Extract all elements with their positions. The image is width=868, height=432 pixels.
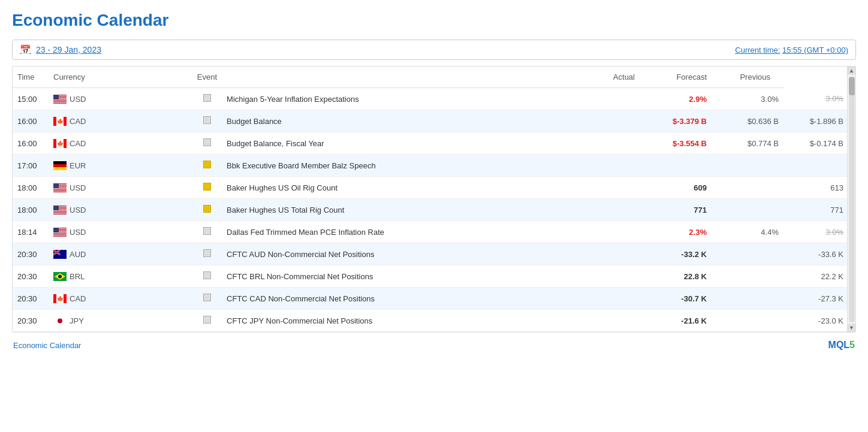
svg-rect-64 xyxy=(53,235,67,235)
scrollbar[interactable]: ▲ ▼ xyxy=(847,67,855,332)
previous-cell: 771 xyxy=(783,199,855,221)
actual-cell: 609 xyxy=(640,177,712,199)
currency-code: USD xyxy=(70,206,86,215)
importance-indicator xyxy=(203,249,211,257)
flag-icon xyxy=(53,95,67,104)
time-cell: 17:00 xyxy=(13,155,49,177)
svg-rect-10 xyxy=(53,101,67,102)
scroll-track xyxy=(849,76,855,322)
svg-rect-37 xyxy=(53,191,67,192)
event-cell: CFTC AUD Non-Commercial Net Positions xyxy=(222,243,640,265)
svg-rect-11 xyxy=(53,102,67,102)
importance-cell xyxy=(192,177,222,199)
currency-code: CAD xyxy=(70,294,86,303)
svg-rect-65 xyxy=(53,235,67,236)
svg-rect-13 xyxy=(53,95,59,99)
actual-cell: 2.3% xyxy=(640,221,712,243)
calendar-icon: 📅 xyxy=(20,44,31,55)
flag-icon: 🍁 xyxy=(53,139,67,148)
svg-rect-62 xyxy=(53,234,67,234)
time-cell: 18:00 xyxy=(13,177,49,199)
svg-rect-7 xyxy=(53,99,67,100)
svg-rect-23 xyxy=(53,164,67,167)
table-row: 20:30 🍁 CAD CFTC CAD Non-Commercial Net … xyxy=(13,288,855,310)
current-time-display: Current time: 15:55 (GMT +0:00) xyxy=(735,46,848,55)
previous-cell: 613 xyxy=(783,177,855,199)
scroll-thumb[interactable] xyxy=(849,77,855,95)
calendar-table-wrapper: Time Currency Event Actual Forecast Prev… xyxy=(12,66,856,333)
footer-link[interactable]: Economic Calendar xyxy=(13,341,81,350)
importance-cell xyxy=(192,199,222,221)
importance-indicator xyxy=(203,183,211,191)
event-cell: Bbk Executive Board Member Balz Speech xyxy=(222,155,640,177)
svg-rect-50 xyxy=(53,213,67,213)
svg-rect-16 xyxy=(64,117,67,126)
previous-cell: -33.6 K xyxy=(783,243,855,265)
importance-indicator xyxy=(203,271,211,279)
current-time-label: Current time: xyxy=(735,46,780,55)
scroll-up-button[interactable]: ▲ xyxy=(848,67,856,75)
table-row: 20:30 AUD CFTC AUD Non-Commercial Net Po… xyxy=(13,243,855,265)
date-range[interactable]: 📅 23 - 29 Jan, 2023 xyxy=(20,44,101,55)
importance-indicator xyxy=(203,316,211,324)
importance-indicator xyxy=(203,161,211,168)
svg-point-75 xyxy=(58,274,62,278)
col-actual: Actual xyxy=(222,67,640,88)
page-title: Economic Calendar xyxy=(12,11,856,30)
actual-cell xyxy=(640,155,712,177)
current-time-value-link[interactable]: 15:55 (GMT +0:00) xyxy=(782,46,848,55)
table-body: 15:00 USD Michigan 5-Year Inflation Expe… xyxy=(13,88,855,332)
svg-rect-33 xyxy=(53,189,67,189)
currency-cell: 🍁 CAD xyxy=(49,132,192,155)
table-header-row: Time Currency Event Actual Forecast Prev… xyxy=(13,67,855,88)
flag-icon xyxy=(53,228,67,237)
svg-text:🍁: 🍁 xyxy=(57,295,64,303)
col-currency: Currency xyxy=(49,67,192,88)
currency-code: AUD xyxy=(70,250,86,259)
actual-cell: 771 xyxy=(640,199,712,221)
mql5-number: 5 xyxy=(849,340,855,350)
svg-text:🍁: 🍁 xyxy=(57,140,64,147)
svg-rect-49 xyxy=(53,212,67,213)
currency-code: USD xyxy=(70,183,86,192)
currency-cell: AUD xyxy=(49,243,192,265)
currency-cell: BRL xyxy=(49,265,192,288)
forecast-cell xyxy=(712,265,783,288)
time-cell: 20:30 xyxy=(13,265,49,288)
svg-rect-61 xyxy=(53,233,67,234)
forecast-cell xyxy=(712,243,783,265)
col-forecast: Forecast xyxy=(640,67,712,88)
date-bar: 📅 23 - 29 Jan, 2023 Current time: 15:55 … xyxy=(12,40,856,60)
importance-cell xyxy=(192,288,222,310)
svg-rect-8 xyxy=(53,100,67,101)
flag-icon xyxy=(53,183,67,192)
event-cell: CFTC CAD Non-Commercial Net Positions xyxy=(222,288,640,310)
previous-cell: $-0.174 B xyxy=(783,132,855,155)
scroll-down-button[interactable]: ▼ xyxy=(848,324,856,332)
forecast-cell xyxy=(712,288,783,310)
importance-indicator xyxy=(203,205,211,213)
flag-icon xyxy=(53,316,67,325)
actual-cell: $-3.379 B xyxy=(640,110,712,132)
forecast-cell xyxy=(712,155,783,177)
currency-code: BRL xyxy=(70,272,85,281)
importance-cell xyxy=(192,155,222,177)
forecast-cell: $0.636 B xyxy=(712,110,783,132)
svg-rect-77 xyxy=(53,294,56,303)
svg-rect-9 xyxy=(53,101,67,101)
svg-rect-46 xyxy=(53,210,67,211)
actual-cell: -33.2 K xyxy=(640,243,712,265)
mql5-logo: MQL5 xyxy=(828,340,855,351)
currency-cell: JPY xyxy=(49,310,192,332)
svg-text:🍁: 🍁 xyxy=(57,118,64,125)
event-cell: CFTC BRL Non-Commercial Net Positions xyxy=(222,265,640,288)
flag-icon: 🍁 xyxy=(53,117,67,126)
svg-rect-48 xyxy=(53,212,67,212)
svg-point-81 xyxy=(58,318,62,323)
importance-indicator xyxy=(203,294,211,301)
flag-icon xyxy=(53,272,67,281)
previous-cell: -23.0 K xyxy=(783,310,855,332)
main-container: Economic Calendar 📅 23 - 29 Jan, 2023 Cu… xyxy=(0,0,868,358)
previous-cell xyxy=(783,155,855,177)
svg-rect-36 xyxy=(53,191,67,191)
